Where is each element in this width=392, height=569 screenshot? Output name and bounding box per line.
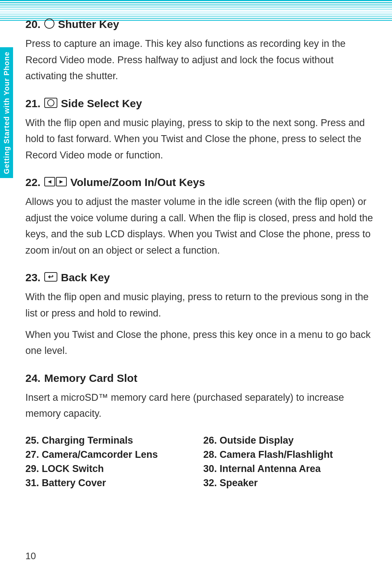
section-23-number: 23.: [25, 271, 41, 284]
item-27: 27. Camera/Camcorder Lens: [25, 449, 196, 460]
section-22-body: Allows you to adjust the master volume i…: [25, 194, 374, 258]
item-29: 29. LOCK Switch: [25, 463, 196, 475]
section-24-body: Insert a microSD™ memory card here (purc…: [25, 390, 374, 422]
item-28: 28. Camera Flash/Flashlight: [203, 449, 374, 460]
section-20-body: Press to capture an image. This key also…: [25, 36, 374, 84]
section-24-title: Memory Card Slot: [44, 372, 138, 384]
section-21-number: 21.: [25, 97, 41, 110]
section-24-header: 24. Memory Card Slot: [25, 372, 374, 384]
section-23-body2: When you Twist and Close the phone, pres…: [25, 327, 374, 359]
section-22: 22. ◄ ► Volume/Zoom In/Out Keys Allows y…: [25, 176, 374, 258]
item-26-label: 26. Outside Display: [203, 435, 294, 446]
item-27-label: 27. Camera/Camcorder Lens: [25, 449, 158, 460]
item-31: 31. Battery Cover: [25, 477, 196, 489]
volume-icon: ◄ ►: [44, 177, 67, 186]
item-29-label: 29. LOCK Switch: [25, 463, 104, 474]
section-24: 24. Memory Card Slot Insert a microSD™ m…: [25, 372, 374, 422]
item-25: 25. Charging Terminals: [25, 435, 196, 446]
top-stripes: [0, 0, 392, 15]
item-30-label: 30. Internal Antenna Area: [203, 463, 321, 474]
section-22-title: Volume/Zoom In/Out Keys: [70, 176, 205, 189]
section-24-number: 24.: [25, 372, 41, 384]
side-tab-label: Getting Started with Your Phone: [3, 52, 11, 174]
section-21: 21. Side Select Key With the flip open a…: [25, 97, 374, 164]
page-number: 10: [25, 550, 36, 562]
section-23: 23. ↩ Back Key With the flip open and mu…: [25, 271, 374, 359]
section-20-title: Shutter Key: [58, 18, 119, 31]
section-20-number: 20.: [25, 18, 41, 31]
section-20: 20. Shutter Key Press to capture an imag…: [25, 18, 374, 84]
item-28-label: 28. Camera Flash/Flashlight: [203, 449, 333, 460]
section-22-header: 22. ◄ ► Volume/Zoom In/Out Keys: [25, 176, 374, 189]
side-tab: Getting Started with Your Phone: [0, 47, 13, 178]
item-26: 26. Outside Display: [203, 435, 374, 446]
side-select-icon: [44, 98, 57, 108]
section-21-body: With the flip open and music playing, pr…: [25, 115, 374, 164]
section-21-header: 21. Side Select Key: [25, 97, 374, 110]
section-23-header: 23. ↩ Back Key: [25, 271, 374, 284]
vol-right-icon: ►: [56, 177, 67, 186]
section-23-title: Back Key: [61, 271, 110, 284]
item-30: 30. Internal Antenna Area: [203, 463, 374, 475]
back-icon: ↩: [44, 272, 57, 282]
section-23-body1: With the flip open and music playing, pr…: [25, 289, 374, 321]
section-21-title: Side Select Key: [61, 97, 142, 110]
item-32-label: 32. Speaker: [203, 477, 258, 488]
vol-left-icon: ◄: [44, 177, 55, 186]
item-31-label: 31. Battery Cover: [25, 477, 106, 488]
bottom-items-list: 25. Charging Terminals 26. Outside Displ…: [25, 435, 374, 489]
item-32: 32. Speaker: [203, 477, 374, 489]
section-20-header: 20. Shutter Key: [25, 18, 374, 31]
shutter-icon: [44, 19, 54, 29]
item-25-label: 25. Charging Terminals: [25, 435, 133, 446]
main-content: 20. Shutter Key Press to capture an imag…: [25, 18, 374, 547]
section-22-number: 22.: [25, 176, 41, 189]
